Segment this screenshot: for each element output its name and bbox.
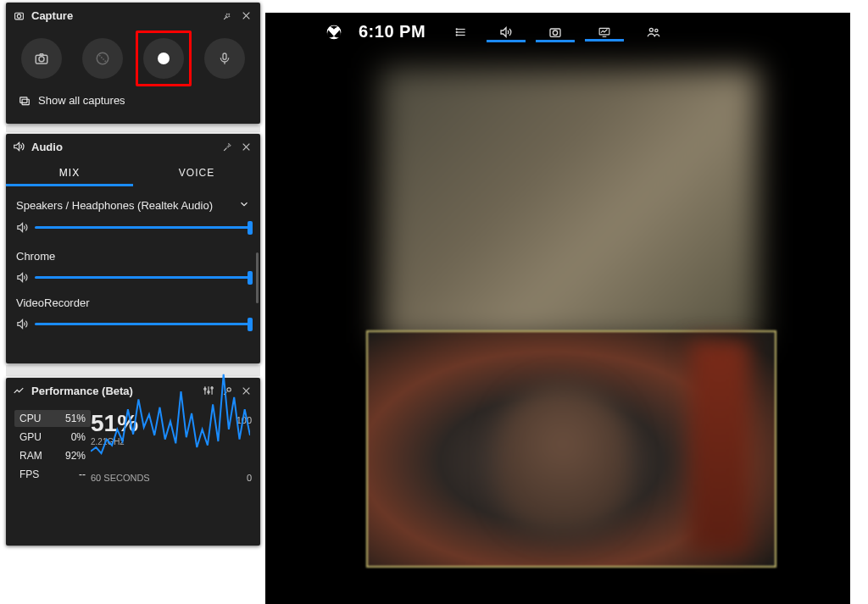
performance-panel: Performance (Beta) CPU 51% GPU 0%: [6, 378, 260, 546]
svg-point-1: [17, 14, 20, 17]
audio-scrollbar[interactable]: [256, 252, 259, 303]
topbar-audio-icon[interactable]: [481, 25, 531, 39]
svg-marker-36: [501, 27, 506, 36]
perf-stat-list: CPU 51% GPU 0% RAM 92% FPS --: [14, 410, 91, 485]
topbar-performance-icon[interactable]: [580, 26, 629, 38]
tab-mix[interactable]: MIX: [6, 159, 133, 186]
chevron-down-icon[interactable]: [238, 198, 250, 213]
tab-voice[interactable]: VOICE: [133, 159, 260, 186]
output-device-label: Speakers / Headphones (Realtek Audio): [16, 199, 213, 212]
svg-line-2: [224, 16, 226, 19]
capture-panel: Capture: [6, 3, 260, 124]
self-video-tile[interactable]: [366, 330, 776, 568]
stat-fps-value: --: [79, 468, 86, 480]
stat-gpu-label: GPU: [19, 431, 42, 443]
microphone-toggle-button[interactable]: [204, 38, 245, 79]
remote-video-tile[interactable]: [381, 68, 759, 343]
svg-rect-39: [599, 28, 609, 35]
svg-marker-18: [18, 319, 23, 328]
app-chrome-row: Chrome: [16, 250, 250, 263]
perf-chart: 51% 2.21GHz 100 0 60 SECONDS: [91, 410, 252, 485]
app-videorecorder-row: VideoRecorder: [16, 296, 250, 309]
chrome-volume-slider[interactable]: [16, 269, 250, 285]
topbar-capture-icon[interactable]: [531, 25, 580, 39]
tab-mix-label: MIX: [59, 167, 80, 179]
svg-point-33: [456, 28, 457, 29]
pin-icon[interactable]: [218, 6, 236, 25]
meeting-window: 6:10 PM: [265, 13, 850, 604]
svg-line-13: [224, 147, 226, 150]
system-volume-slider[interactable]: [16, 219, 250, 235]
stat-cpu-label: CPU: [19, 413, 41, 424]
stat-ram[interactable]: RAM 92%: [14, 447, 91, 464]
performance-icon: [11, 385, 26, 396]
svg-point-42: [655, 29, 658, 31]
start-recording-button[interactable]: [143, 38, 184, 79]
background-door: [690, 341, 749, 552]
svg-point-35: [456, 34, 457, 35]
svg-point-6: [39, 57, 44, 62]
svg-point-34: [456, 31, 457, 32]
audio-tabs: MIX VOICE: [6, 159, 260, 186]
capture-header[interactable]: Capture: [6, 3, 260, 28]
record-highlight: [136, 30, 192, 86]
svg-point-38: [553, 30, 557, 35]
cpu-sparkline: [91, 369, 250, 469]
audio-header[interactable]: Audio: [6, 134, 260, 159]
gamebar-topbar: 6:10 PM: [313, 13, 682, 51]
show-all-captures-link[interactable]: Show all captures: [6, 89, 260, 112]
svg-marker-17: [18, 273, 23, 281]
svg-point-41: [649, 28, 653, 31]
svg-rect-8: [223, 53, 226, 59]
capture-icon: [11, 10, 26, 21]
clock-time: 6:10 PM: [359, 22, 426, 42]
svg-rect-10: [20, 97, 27, 102]
stat-ram-label: RAM: [19, 450, 42, 462]
audio-panel: Audio MIX VOICE Speakers / Headphones (R…: [6, 134, 260, 363]
stat-ram-value: 92%: [65, 450, 86, 462]
record-dot-icon: [158, 53, 170, 64]
background-ghost: [6, 125, 260, 132]
app-chrome-label: Chrome: [16, 250, 55, 263]
perf-axis-min: 0: [247, 473, 252, 483]
speaker-icon: [16, 318, 35, 330]
screenshot-button[interactable]: [21, 38, 62, 79]
widgets-menu-icon[interactable]: [441, 26, 481, 38]
show-all-captures-label: Show all captures: [38, 94, 125, 107]
pin-icon[interactable]: [218, 137, 236, 156]
stat-gpu[interactable]: GPU 0%: [14, 429, 91, 446]
capture-actions: [6, 28, 260, 89]
stat-fps-label: FPS: [19, 468, 39, 480]
xbox-icon[interactable]: [313, 24, 355, 41]
tab-voice-label: VOICE: [179, 167, 214, 179]
stat-cpu-value: 51%: [65, 413, 86, 424]
stat-cpu[interactable]: CPU 51%: [14, 410, 91, 427]
svg-marker-16: [18, 223, 23, 231]
videorecorder-volume-slider[interactable]: [16, 316, 250, 331]
speaker-icon: [16, 221, 35, 234]
svg-marker-12: [14, 142, 19, 150]
audio-icon: [11, 141, 26, 152]
svg-point-7: [97, 53, 108, 64]
close-icon[interactable]: [236, 137, 255, 156]
app-videorecorder-label: VideoRecorder: [16, 296, 89, 309]
capture-title: Capture: [31, 9, 218, 22]
audio-title: Audio: [31, 141, 218, 153]
output-device-row[interactable]: Speakers / Headphones (Realtek Audio): [16, 198, 250, 213]
perf-axis-x: 60 SECONDS: [91, 473, 150, 483]
stat-fps[interactable]: FPS --: [14, 466, 91, 483]
topbar-social-icon[interactable]: [629, 25, 678, 39]
svg-rect-11: [22, 99, 29, 104]
record-last-button[interactable]: [82, 38, 123, 79]
close-icon[interactable]: [236, 6, 255, 25]
participant-face: [495, 383, 631, 535]
stat-gpu-value: 0%: [71, 431, 86, 443]
speaker-icon: [16, 271, 35, 284]
